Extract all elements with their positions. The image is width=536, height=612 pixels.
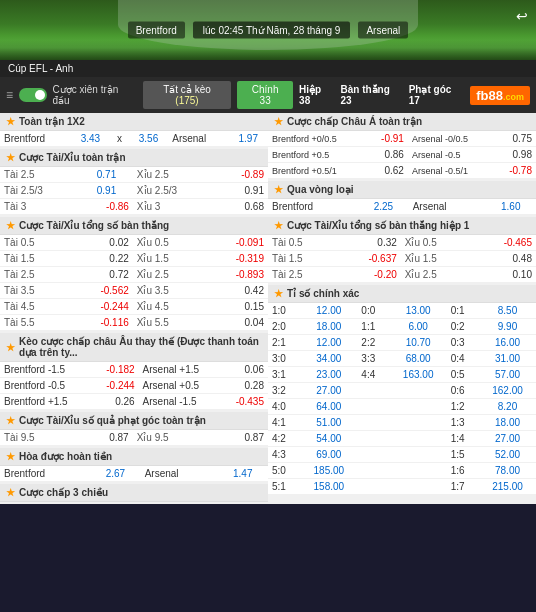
score-value[interactable]: 185.00 bbox=[300, 463, 357, 479]
table-row: Brentford 3.43 x 3.56 Arsenal 1.97 bbox=[0, 131, 268, 147]
score-label: 5:1 bbox=[268, 479, 300, 495]
section-tong-ban-thang: ★ Cược Tài/Xỉu tổng số bàn thắng Tài 0.5… bbox=[0, 217, 268, 331]
xiu-label: Xỉu 2.5 bbox=[133, 167, 216, 183]
score-value[interactable]: 52.00 bbox=[479, 447, 536, 463]
right-panel: ★ Cược chấp Châu Á toàn trận Brentford +… bbox=[268, 113, 536, 504]
score-value[interactable]: 27.00 bbox=[300, 383, 357, 399]
section-chap3-title: Cược chấp 3 chiều bbox=[19, 487, 108, 498]
score-label bbox=[357, 383, 389, 399]
xiu-val[interactable]: 0.91 bbox=[215, 183, 268, 199]
xiu-label: Xỉu 2.5/3 bbox=[133, 183, 216, 199]
toolbar: ≡ Cược xiên trận đầu Tất cả kèo (175) Ch… bbox=[0, 77, 536, 113]
score-label: 3:2 bbox=[268, 383, 300, 399]
tai-val[interactable]: 0.91 bbox=[80, 183, 133, 199]
score-label: 5:0 bbox=[268, 463, 300, 479]
tai-val[interactable]: 0.71 bbox=[80, 167, 133, 183]
score-value[interactable]: 10.70 bbox=[390, 335, 447, 351]
section-hiep1-title: Cược Tài/Xỉu tổng số bàn thắng hiệp 1 bbox=[287, 220, 469, 231]
table-row: Tài 5.5 -0.116 Xỉu 5.5 0.04 bbox=[0, 315, 268, 331]
hiep1-table: Tài 0.5 0.32 Xỉu 0.5 -0.465 Tài 1.5 -0.6… bbox=[268, 235, 536, 283]
score-value[interactable]: 163.00 bbox=[390, 367, 447, 383]
score-label bbox=[357, 415, 389, 431]
banthan-stat: Bàn thắng 23 bbox=[341, 84, 403, 106]
section-phat-goc-title: Cược Tài/Xỉu số quả phạt góc toàn trận bbox=[19, 415, 206, 426]
draw-odd[interactable]: 3.56 bbox=[129, 131, 168, 147]
score-value[interactable] bbox=[390, 399, 447, 415]
score-value[interactable]: 34.00 bbox=[300, 351, 357, 367]
table-row: 4:064.001:28.20 bbox=[268, 399, 536, 415]
xiu-val[interactable]: -0.89 bbox=[215, 167, 268, 183]
section-keo-chap: ★ Kèo cược chấp châu Âu thay thế (Được t… bbox=[0, 333, 268, 410]
score-value[interactable]: 64.00 bbox=[300, 399, 357, 415]
away-odd[interactable]: 1.97 bbox=[228, 131, 268, 147]
table-row: Brentford 2.25 Arsenal 1.60 bbox=[268, 199, 536, 215]
score-value[interactable]: 8.50 bbox=[479, 303, 536, 319]
score-value[interactable]: 215.00 bbox=[479, 479, 536, 495]
all-bets-button[interactable]: Tất cả kèo (175) bbox=[143, 81, 231, 109]
section-hoa: ★ Hòa được hoàn tiền Brentford 2.67 Arse… bbox=[0, 448, 268, 482]
table-row: 5:1158.001:7215.00 bbox=[268, 479, 536, 495]
score-value[interactable]: 78.00 bbox=[479, 463, 536, 479]
score-label: 4:2 bbox=[268, 431, 300, 447]
score-value[interactable]: 51.00 bbox=[300, 415, 357, 431]
main-bets-button[interactable]: Chính 33 bbox=[237, 81, 293, 109]
table-row: Tài 0.5 0.32 Xỉu 0.5 -0.465 bbox=[268, 235, 536, 251]
score-value[interactable]: 27.00 bbox=[479, 431, 536, 447]
score-value[interactable]: 57.00 bbox=[479, 367, 536, 383]
section-ti-so-title: Tỉ số chính xác bbox=[287, 288, 359, 299]
score-value[interactable]: 158.00 bbox=[300, 479, 357, 495]
keo-table: Brentford -1.5 -0.182 Arsenal +1.5 0.06 … bbox=[0, 362, 268, 410]
section-phat-goc: ★ Cược Tài/Xỉu số quả phạt góc toàn trận… bbox=[0, 412, 268, 446]
score-value[interactable] bbox=[390, 463, 447, 479]
score-value[interactable]: 69.00 bbox=[300, 447, 357, 463]
score-label: 3:0 bbox=[268, 351, 300, 367]
score-value[interactable]: 6.00 bbox=[390, 319, 447, 335]
score-value[interactable]: 162.00 bbox=[479, 383, 536, 399]
table-row: Tài 9.5 0.87 Xỉu 9.5 0.87 bbox=[0, 430, 268, 446]
score-value[interactable]: 13.00 bbox=[390, 303, 447, 319]
section-ti-so-header: ★ Tỉ số chính xác bbox=[268, 285, 536, 303]
score-value[interactable]: 31.00 bbox=[479, 351, 536, 367]
score-value[interactable]: 8.20 bbox=[479, 399, 536, 415]
star-icon5: ★ bbox=[6, 415, 15, 426]
table-row: Tài 0.5 0.02 Xỉu 0.5 -0.091 bbox=[0, 235, 268, 251]
score-value[interactable] bbox=[390, 479, 447, 495]
section-toan-tran-title: Toàn trận 1X2 bbox=[19, 116, 85, 127]
score-value[interactable]: 16.00 bbox=[479, 335, 536, 351]
toggle-switch[interactable] bbox=[19, 88, 47, 102]
score-label: 0:5 bbox=[447, 367, 479, 383]
chau-a-table: Brentford +0/0.5 -0.91 Arsenal -0/0.5 0.… bbox=[268, 131, 536, 179]
left-panel: ★ Toàn trận 1X2 Brentford 3.43 x 3.56 Ar… bbox=[0, 113, 268, 504]
score-value[interactable]: 54.00 bbox=[300, 431, 357, 447]
section-keo-header: ★ Kèo cược chấp châu Âu thay thế (Được t… bbox=[0, 333, 268, 362]
score-value[interactable] bbox=[390, 415, 447, 431]
tai-val[interactable]: -0.86 bbox=[80, 199, 133, 215]
home-odd[interactable]: 3.43 bbox=[71, 131, 110, 147]
back-button[interactable]: ↩ bbox=[516, 8, 528, 24]
score-value[interactable]: 68.00 bbox=[390, 351, 447, 367]
score-label: 1:2 bbox=[447, 399, 479, 415]
score-value[interactable] bbox=[390, 447, 447, 463]
score-value[interactable]: 9.90 bbox=[479, 319, 536, 335]
score-value[interactable]: 18.00 bbox=[300, 319, 357, 335]
tai-label: Tài 2.5/3 bbox=[0, 183, 80, 199]
section-qua-vong-title: Qua vòng loại bbox=[287, 184, 354, 195]
away-team[interactable]: Arsenal bbox=[168, 131, 228, 147]
score-value[interactable]: 23.00 bbox=[300, 367, 357, 383]
table-row: Brentford +0/0.5 -0.91 Arsenal -0/0.5 0.… bbox=[268, 131, 536, 147]
table-row: Tài 2.5/3 0.91 Xỉu 2.5/3 0.91 bbox=[0, 183, 268, 199]
xiu-val[interactable]: 0.68 bbox=[215, 199, 268, 215]
section-chau-a-title: Cược chấp Châu Á toàn trận bbox=[287, 116, 422, 127]
score-value[interactable]: 12.00 bbox=[300, 335, 357, 351]
toggle-icon: ≡ bbox=[6, 88, 13, 102]
table-row: 3:123.004:4163.000:557.00 bbox=[268, 367, 536, 383]
home-team[interactable]: Brentford bbox=[0, 131, 71, 147]
score-value[interactable] bbox=[390, 383, 447, 399]
score-value[interactable] bbox=[390, 431, 447, 447]
hiep-stat: Hiệp 38 bbox=[299, 84, 334, 106]
score-value[interactable]: 18.00 bbox=[479, 415, 536, 431]
star-icon-r3: ★ bbox=[274, 220, 283, 231]
match-info-bar: Brentford lúc 02:45 Thứ Năm, 28 tháng 9 … bbox=[0, 22, 536, 39]
table-row: Brentford -0.5 -0.244 Arsenal +0.5 0.28 bbox=[0, 378, 268, 394]
score-value[interactable]: 12.00 bbox=[300, 303, 357, 319]
